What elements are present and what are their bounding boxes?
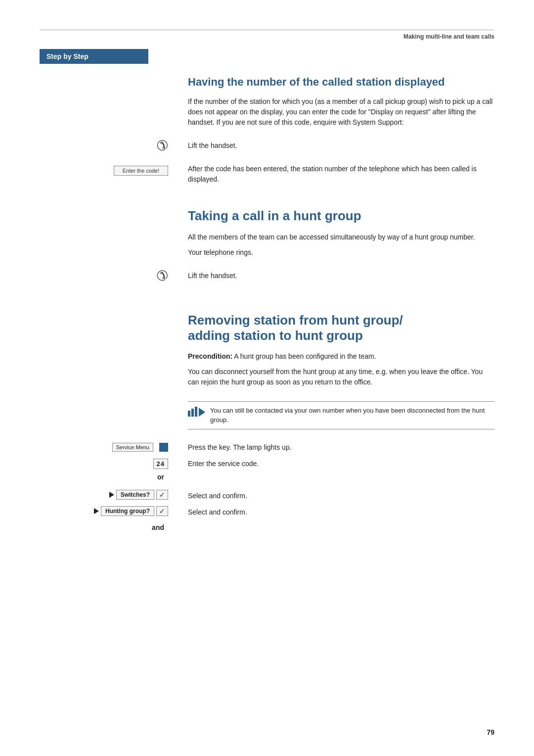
section1-instruction2: After the code has been entered, the sta… [188,164,494,185]
left-actions-section1-body [40,94,178,133]
switches-checkmark: ✓ [156,490,168,500]
section1-body1: If the number of the station for which y… [188,96,494,128]
note-bars [188,407,205,417]
enter-code-box: Enter the code! [114,166,168,176]
section3-title: Removing station from hunt group/ adding… [188,313,494,343]
section1-title-area: Having the number of the called station … [178,64,494,94]
section1-title: Having the number of the called station … [188,76,494,89]
section3-press-key-area: Press the key. The lamp lights up. [178,440,494,455]
left-actions-switches: Switches? ✓ [40,490,178,502]
left-actions-and: and [40,521,178,531]
service-menu-label-box: Service Menu [112,443,153,452]
left-actions-hunting: Hunting group? ✓ [40,506,178,518]
switches-label-box: Switches? [116,490,154,500]
hunting-row: Hunting group? ✓ [94,506,168,516]
or-text: or [157,473,168,481]
note-bar-3 [195,407,197,417]
left-actions-or: or [40,473,178,486]
left-actions-section3-title [40,296,178,349]
step-by-step-label: Step by Step [40,49,148,64]
section3-precondition-area: Precondition: A hunt group has been conf… [178,349,494,392]
section3-note-area: You can still be contacted via your own … [178,392,494,436]
section3-precondition: Precondition: A hunt group has been conf… [188,351,494,362]
section2-body2: Your telephone rings. [188,247,494,258]
hunting-label-box: Hunting group? [101,506,154,516]
or-right [178,473,494,486]
section3-select-confirm2: Select and confirm. [188,507,494,518]
section3-enter-code-area: Enter the service code. [178,457,494,471]
section2-body: All the members of the team can be acces… [178,230,494,263]
note-text: You can still be contacted via your own … [210,406,494,425]
section3-press-key: Press the key. The lamp lights up. [188,442,494,453]
section2-instruction1-area: Lift the handset. [178,269,494,283]
section2-body1: All the members of the team can be acces… [188,232,494,242]
section3-title-area: Removing station from hunt group/ adding… [178,296,494,349]
note-arrow [199,408,205,417]
page-number: 79 [487,728,494,736]
note-bar-2 [191,409,194,417]
handset-icon-2: ✆ [157,268,168,284]
left-actions-service-menu: Service Menu [40,443,178,452]
page-header: Making multi-line and team calls [40,33,494,40]
left-actions-section1 [40,64,178,94]
precondition-label: Precondition: [188,352,232,360]
and-text: and [152,523,168,531]
section1-instruction1: Lift the handset. [188,141,494,151]
header-text: Making multi-line and team calls [403,33,494,40]
triangle-icon-switches [109,492,114,498]
left-actions-handset1: ✆ [40,133,178,159]
hunting-checkmark: ✓ [156,506,168,516]
key-indicator [159,443,168,452]
section3-select-confirm1-area: Select and confirm. [178,489,494,503]
section2-title: Taking a call in a hunt group [188,208,494,224]
section1-instruction2-area: After the code has been entered, the sta… [178,162,494,187]
left-actions-code24: 24 [40,459,178,469]
section2-title-area: Taking a call in a hunt group [178,191,494,230]
top-rule [40,30,494,30]
switches-row: Switches? ✓ [109,490,168,500]
section1-body: If the number of the station for which y… [178,94,494,133]
left-actions-section3-note [40,392,178,436]
handset-icon: ✆ [157,138,168,154]
left-actions-section2-body [40,230,178,263]
section3-select-confirm2-area: Select and confirm. [178,505,494,520]
triangle-icon-hunting [94,508,99,514]
and-right [178,521,494,531]
note-bar-1 [188,411,190,417]
code-24-box: 24 [153,459,168,469]
section3-enter-code: Enter the service code. [188,459,494,469]
section1-instruction1-area: Lift the handset. [178,139,494,153]
left-actions-section2-title [40,191,178,230]
section2-instruction1: Lift the handset. [188,271,494,281]
left-actions-section3-pre [40,349,178,392]
note-icon [188,406,205,425]
section3-body1: You can disconnect yourself from the hun… [188,367,494,387]
section3-select-confirm1: Select and confirm. [188,491,494,501]
left-actions-handset2: ✆ [40,263,178,289]
note-box: You can still be contacted via your own … [188,401,494,429]
left-actions-entercode: Enter the code! [40,162,178,176]
